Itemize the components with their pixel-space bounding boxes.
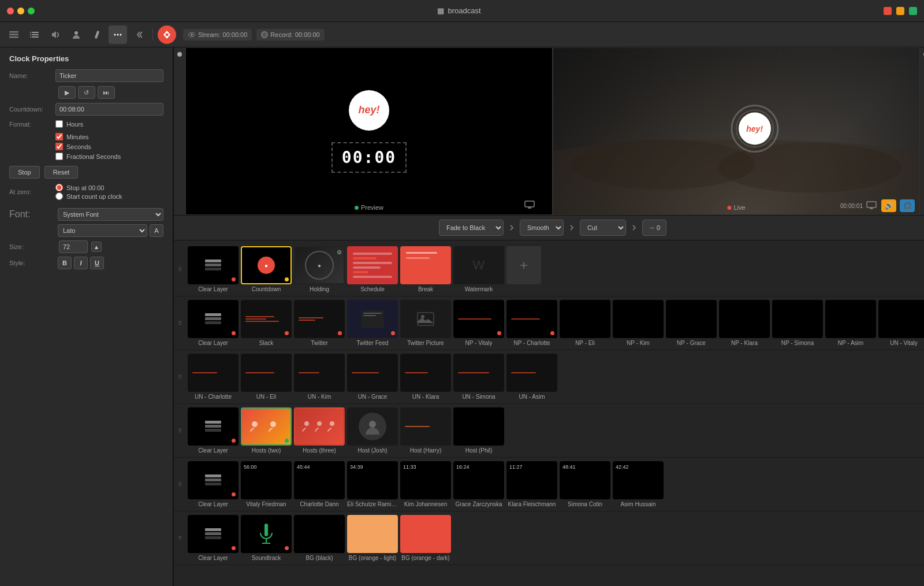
row-handle-6[interactable]: ⠿: [174, 535, 185, 542]
title-dot-yellow[interactable]: [896, 7, 904, 15]
thumb-kim[interactable]: 11:33 Kim Johannesen: [400, 461, 451, 507]
preview-pane[interactable]: hey! 00:00 Preview: [185, 47, 553, 215]
thumb-holding[interactable]: ● ⚙ Holding: [294, 246, 345, 292]
thumb-un-asim[interactable]: UN - Asim: [506, 354, 557, 400]
list-icon[interactable]: [25, 25, 44, 44]
smooth-select[interactable]: Smooth Sharp: [520, 220, 564, 236]
font-select[interactable]: System Font Helvetica Arial: [58, 208, 163, 221]
play-btn[interactable]: ▶: [58, 86, 76, 99]
thumb-schedule[interactable]: Schedule: [347, 246, 398, 292]
title-dot-green[interactable]: [909, 7, 917, 15]
live-pane[interactable]: hey! Live 00:00:01 🔊 🎧: [553, 47, 920, 215]
font-secondary-select[interactable]: Lato Roboto: [58, 224, 147, 237]
stop-radio[interactable]: [55, 184, 63, 191]
arrow-btn[interactable]: → 0: [642, 220, 666, 236]
thumb-twitter-feed[interactable]: Twitter Feed: [347, 300, 398, 346]
thumb-un-vitaly[interactable]: UN - Vitaly: [878, 300, 924, 346]
person-icon[interactable]: [67, 25, 85, 44]
size-up[interactable]: ▲: [91, 242, 102, 252]
slash-icon[interactable]: [88, 25, 106, 44]
fade-select[interactable]: Fade to Black Fade to White Cross Dissol…: [439, 220, 504, 236]
maximize-button[interactable]: [28, 8, 35, 14]
thumb-un-eli[interactable]: UN - Eli: [241, 354, 292, 400]
thumb-bg-orange-dark[interactable]: BG (orange - dark): [400, 515, 451, 561]
thumb-grace[interactable]: 16:24 Grace Zarczynska: [453, 461, 504, 507]
thumb-hosts-two[interactable]: Hosts (two): [241, 407, 292, 454]
window-controls[interactable]: [7, 8, 35, 14]
thumb-clear1[interactable]: Clear Layer: [188, 246, 239, 292]
thumb-host-josh[interactable]: Host (Josh): [347, 407, 398, 454]
live-right-controls[interactable]: 00:00:01 🔊 🎧: [840, 199, 915, 212]
thumb-np-klara[interactable]: NP - Klara: [719, 300, 770, 346]
thumb-simona[interactable]: 48:41 Simona Cotin: [560, 461, 610, 507]
thumb-un-simona[interactable]: UN - Simona: [453, 354, 504, 400]
thumb-np-charlotte[interactable]: NP - Charlotte: [506, 300, 557, 346]
minutes-checkbox[interactable]: [55, 133, 63, 140]
thumb-un-kim[interactable]: UN - Kim: [294, 354, 345, 400]
thumb-vitaly[interactable]: 56:00 Vitaly Friedman: [241, 461, 292, 507]
thumb-un-grace[interactable]: UN - Grace: [347, 354, 398, 400]
thumb-klara[interactable]: 11:27 Klara Fleischmann: [506, 461, 557, 507]
forward-btn[interactable]: ⏭: [98, 86, 115, 99]
thumb-np-kim[interactable]: NP - Kim: [613, 300, 664, 346]
row-handle-3[interactable]: ⠿: [174, 374, 185, 380]
thumb-host-phil[interactable]: Host (Phil): [453, 407, 504, 454]
thumb-break[interactable]: Break: [400, 246, 451, 292]
hours-checkbox[interactable]: [55, 120, 63, 128]
thumb-clear4[interactable]: Clear Layer: [188, 461, 239, 507]
countdown-input[interactable]: [55, 103, 163, 116]
row-handle-5[interactable]: ⠿: [174, 481, 185, 488]
thumb-un-klara[interactable]: UN - Klara: [400, 354, 451, 400]
thumb-soundtrack[interactable]: Soundtrack: [241, 515, 292, 561]
close-button[interactable]: [7, 8, 14, 14]
title-dot-red[interactable]: [884, 7, 892, 15]
live-screen-icon[interactable]: [866, 201, 878, 210]
stop-button[interactable]: Stop: [9, 166, 40, 179]
thumb-twitter[interactable]: Twitter: [294, 300, 345, 346]
underline-btn[interactable]: U: [90, 257, 104, 269]
countup-radio[interactable]: [55, 192, 63, 200]
seconds-checkbox[interactable]: [55, 143, 63, 150]
app-logo[interactable]: [158, 25, 176, 44]
add-scene-btn[interactable]: +: [506, 246, 541, 284]
preview-screen-icon[interactable]: [524, 201, 535, 211]
reset-button[interactable]: Reset: [44, 166, 79, 179]
bold-btn[interactable]: B: [58, 257, 72, 269]
italic-btn[interactable]: I: [74, 257, 88, 269]
size-input[interactable]: [59, 240, 88, 253]
title-right-controls[interactable]: [884, 7, 917, 15]
layers-icon[interactable]: [5, 25, 23, 44]
row-handle-4[interactable]: ⠿: [174, 428, 185, 434]
thumb-slack[interactable]: Slack: [241, 300, 292, 346]
thumb-eli[interactable]: 34:39 Eli Schutze Ramirez: [347, 461, 398, 507]
font-preview-btn[interactable]: A: [150, 224, 163, 237]
thumb-clear3[interactable]: Clear Layer: [188, 407, 239, 454]
thumb-np-asim[interactable]: NP - Asim: [825, 300, 876, 346]
more-icon[interactable]: [109, 25, 127, 44]
thumb-charlotte[interactable]: 45:44 Charlotte Dann: [294, 461, 345, 507]
collapse-icon[interactable]: [129, 25, 148, 44]
thumb-np-simona[interactable]: NP - Simona: [772, 300, 823, 346]
thumb-clear5[interactable]: Clear Layer: [188, 515, 239, 561]
volume-icon[interactable]: [46, 25, 65, 44]
row-handle-1[interactable]: ⠿: [174, 266, 185, 273]
stream-btn[interactable]: Stream: 00:00:00: [183, 29, 252, 40]
thumb-un-charlotte[interactable]: UN - Charlotte: [188, 354, 239, 400]
thumb-hosts-three[interactable]: Hosts (three): [294, 407, 345, 454]
thumb-bg-orange-light[interactable]: BG (orange - light): [347, 515, 398, 561]
back-btn[interactable]: ↺: [78, 86, 95, 99]
thumb-host-harry[interactable]: Host (Harry): [400, 407, 451, 454]
name-input[interactable]: [55, 69, 163, 82]
audio-btn[interactable]: 🔊: [881, 199, 896, 212]
cut-select[interactable]: Cut Dissolve: [580, 220, 626, 236]
thumb-asim[interactable]: 42:42 Asim Hussain: [613, 461, 664, 507]
thumb-twitter-pic[interactable]: Twitter Picture: [400, 300, 451, 346]
minimize-button[interactable]: [17, 8, 24, 14]
frac-seconds-checkbox[interactable]: [55, 153, 63, 160]
thumb-countdown[interactable]: ● Countdown: [241, 246, 292, 292]
thumb-watermark[interactable]: W Watermark: [453, 246, 504, 292]
record-btn[interactable]: Record: 00:00:00: [256, 29, 324, 40]
row-handle-2[interactable]: ⠿: [174, 320, 185, 327]
thumb-np-eli[interactable]: NP - Eli: [560, 300, 610, 346]
thumb-np-vitaly[interactable]: NP - Vitaly: [453, 300, 504, 346]
